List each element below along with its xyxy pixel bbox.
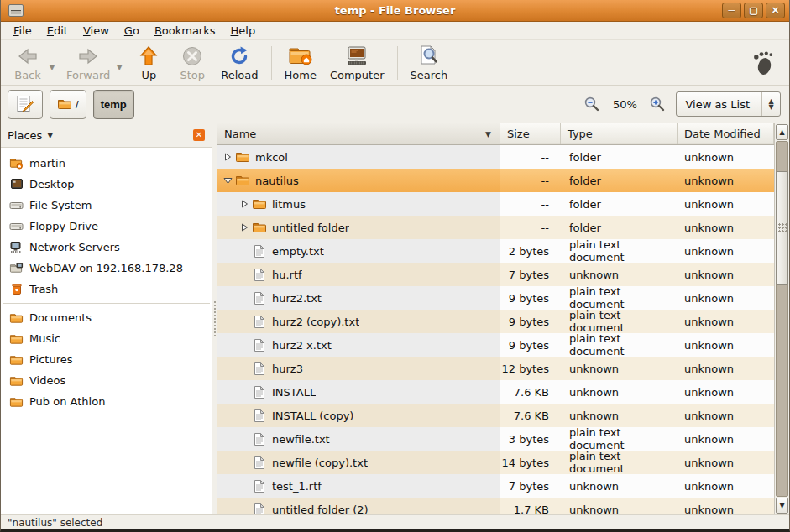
sidebar-item-network-servers[interactable]: Network Servers: [1, 237, 212, 258]
up-button[interactable]: Up: [127, 43, 170, 83]
column-header-name[interactable]: Name▼: [217, 123, 500, 144]
view-mode-spinner-icon[interactable]: ▲▼: [761, 92, 780, 116]
file-row-untitled-folder[interactable]: untitled folder--folderunknown: [217, 216, 774, 239]
file-row-install-copy-[interactable]: INSTALL (copy)7.6 KBunknownunknown: [217, 404, 774, 427]
menu-edit[interactable]: Edit: [39, 23, 76, 39]
vertical-scrollbar[interactable]: ▲ ▼: [774, 123, 789, 514]
type-cell: unknown: [561, 498, 678, 514]
path-root-button[interactable]: /: [50, 90, 86, 119]
name-cell: hurz2 (copy).txt: [217, 310, 500, 333]
file-row-hurz2-txt[interactable]: hurz2.txt9 bytesplain text documentunkno…: [217, 286, 774, 310]
drive-icon: [9, 200, 24, 211]
expander-collapsed-icon[interactable]: [238, 200, 251, 208]
column-header-size[interactable]: Size: [500, 123, 561, 144]
menu-bookmarks[interactable]: Bookmarks: [147, 23, 223, 39]
file-row-hurz2-copy-txt[interactable]: hurz2 (copy).txt9 bytesplain text docume…: [217, 310, 774, 333]
file-row-untitled-folder-2-[interactable]: untitled folder (2)1.7 KBunknownunknown: [217, 498, 774, 514]
maximize-button[interactable]: ▢: [744, 3, 763, 18]
file-row-hurz3[interactable]: hurz312 bytesunknownunknown: [217, 357, 774, 380]
file-row-hurz2-x-txt[interactable]: hurz2 x.txt9 bytesplain text documentunk…: [217, 333, 774, 357]
sidebar-item-music[interactable]: Music: [1, 328, 212, 349]
close-sidebar-button[interactable]: ✕: [193, 129, 205, 141]
computer-icon: [345, 45, 369, 67]
reload-button[interactable]: Reload: [214, 43, 264, 83]
close-button[interactable]: ✕: [766, 3, 785, 18]
places-selector[interactable]: Places: [8, 129, 42, 142]
expander-collapsed-icon[interactable]: [238, 223, 251, 232]
file-row-newfile-txt[interactable]: newfile.txt3 bytesplain text documentunk…: [217, 427, 774, 451]
name-cell: test_1.rtf: [217, 474, 500, 498]
search-button[interactable]: Search: [404, 43, 455, 83]
stop-icon: [181, 45, 203, 67]
name-cell: newfile.txt: [217, 427, 500, 451]
file-row-litmus[interactable]: litmus--folderunknown: [217, 192, 774, 216]
menu-go[interactable]: Go: [117, 23, 147, 39]
folder-icon: [57, 98, 72, 110]
sidebar-item-webdav-on-192-168-178-28[interactable]: WebDAV on 192.168.178.28: [1, 258, 212, 279]
sidebar-item-floppy-drive[interactable]: Floppy Drive: [1, 216, 212, 237]
reload-icon: [228, 45, 250, 67]
menu-view[interactable]: View: [76, 23, 117, 39]
folder-icon: [9, 333, 24, 345]
scroll-up-button[interactable]: ▲: [776, 124, 788, 140]
view-mode-select[interactable]: View as List ▲▼: [676, 91, 781, 117]
sidebar-item-martin[interactable]: martin: [1, 153, 212, 174]
file-name: INSTALL (copy): [272, 409, 353, 422]
file-row-newfile-copy-txt[interactable]: newfile (copy).txt14 bytesplain text doc…: [217, 451, 774, 474]
column-header-date-modified[interactable]: Date Modified: [678, 123, 774, 144]
toolbar-separator: [271, 46, 272, 80]
date-modified-cell: unknown: [678, 263, 774, 286]
file-row-mkcol[interactable]: mkcol--folderunknown: [217, 145, 774, 169]
forward-button: Forward: [60, 43, 117, 83]
file-row-install[interactable]: INSTALL7.6 KBunknownunknown: [217, 380, 774, 404]
up-label: Up: [141, 69, 156, 81]
size-cell: --: [500, 192, 561, 216]
computer-button[interactable]: Computer: [323, 43, 391, 83]
sidebar-item-label: Pub on Athlon: [29, 395, 105, 408]
edit-location-button[interactable]: [8, 90, 43, 119]
column-header-type[interactable]: Type: [561, 123, 678, 144]
back-button: Back: [6, 43, 50, 83]
sidebar-item-pictures[interactable]: Pictures: [1, 349, 212, 370]
minimize-button[interactable]: ─: [722, 3, 741, 18]
text-file-icon: [251, 503, 268, 515]
path-current-button[interactable]: temp: [93, 90, 134, 119]
file-row-nautilus[interactable]: nautilus--folderunknown: [217, 169, 774, 192]
sidebar-item-documents[interactable]: Documents: [1, 307, 212, 328]
date-modified-cell: unknown: [678, 310, 774, 333]
home-button[interactable]: Home: [278, 43, 323, 83]
file-name: untitled folder (2): [272, 503, 369, 515]
size-cell: 2 bytes: [500, 239, 561, 263]
file-row-test-1-rtf[interactable]: test_1.rtf7 bytesunknownunknown: [217, 474, 774, 498]
back-history-dropdown[interactable]: ▼: [46, 63, 58, 71]
size-cell: --: [500, 216, 561, 239]
scrollbar-thumb[interactable]: [776, 171, 788, 285]
file-row-hu-rtf[interactable]: hu.rtf7 bytesunknownunknown: [217, 263, 774, 286]
date-modified-cell: unknown: [678, 498, 774, 514]
folder-icon: [9, 375, 24, 387]
file-row-empty-txt[interactable]: empty.txt2 bytesplain text documentunkno…: [217, 239, 774, 263]
size-cell: --: [500, 145, 561, 169]
name-cell: mkcol: [217, 145, 500, 169]
scroll-down-button[interactable]: ▼: [776, 498, 788, 514]
column-label: Name: [224, 128, 256, 140]
text-file-icon: [251, 315, 268, 329]
menu-help[interactable]: Help: [223, 23, 264, 39]
zoom-in-button[interactable]: [647, 92, 667, 116]
folder-icon: [234, 175, 251, 186]
expander-collapsed-icon[interactable]: [221, 153, 234, 161]
path-current-label: temp: [101, 98, 127, 111]
zoom-out-button[interactable]: [582, 92, 602, 116]
sidebar-separator: [3, 303, 210, 304]
menu-file[interactable]: File: [6, 23, 39, 39]
sidebar-item-pub-on-athlon[interactable]: Pub on Athlon: [1, 391, 212, 412]
expander-expanded-icon[interactable]: [221, 176, 234, 185]
sidebar-item-trash[interactable]: Trash: [1, 279, 212, 300]
sidebar-item-file-system[interactable]: File System: [1, 195, 212, 216]
pane-resize-handle[interactable]: [212, 123, 217, 514]
title-bar[interactable]: temp - File Browser ─▢✕: [1, 0, 789, 22]
sidebar-item-label: Network Servers: [29, 241, 120, 253]
forward-history-dropdown[interactable]: ▼: [113, 63, 125, 71]
sidebar-item-videos[interactable]: Videos: [1, 370, 212, 391]
sidebar-item-desktop[interactable]: Desktop: [1, 174, 212, 195]
